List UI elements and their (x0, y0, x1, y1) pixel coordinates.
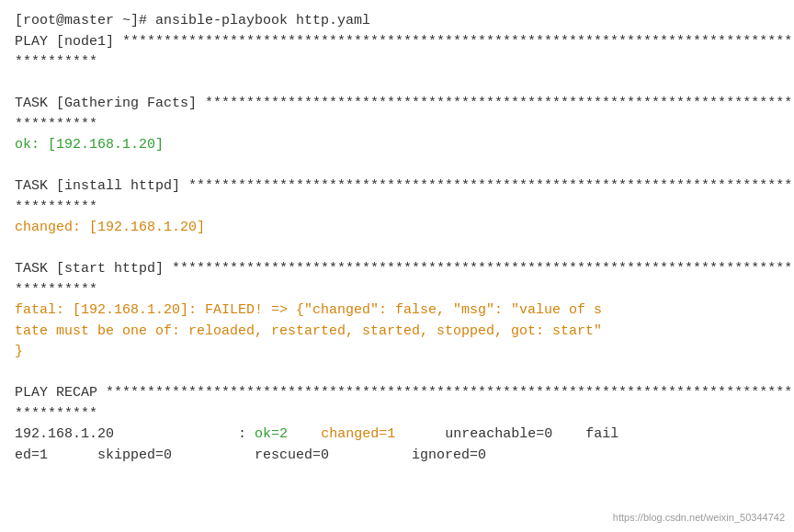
task-install-header-line: TASK [install httpd] *******************… (15, 176, 779, 198)
task-start-stars-line: ********** (15, 280, 779, 301)
prompt-line: [root@master ~]# ansible-playbook http.y… (15, 11, 779, 32)
recap-unreachable: unreachable=0 (445, 424, 552, 446)
ok-gather-line: ok: [192.168.1.20] (15, 135, 779, 156)
play-header-line: PLAY [node1] ***************************… (15, 32, 779, 53)
blank3 (15, 239, 779, 260)
recap-spacing8 (329, 446, 412, 467)
fatal-line3: } (15, 342, 779, 363)
recap-row1: 192.168.1.20 : ok=2 changed=1 unreachabl… (15, 424, 779, 446)
recap-stars-line: ********** (15, 404, 779, 425)
fatal-line2: tate must be one of: reloaded, restarted… (15, 322, 779, 343)
recap-row2: ed=1 skipped=0 rescued=0 ignored=0 (15, 446, 779, 467)
terminal-output: [root@master ~]# ansible-playbook http.y… (15, 11, 779, 466)
fatal-line1: fatal: [192.168.1.20]: FAILED! => {"chan… (15, 300, 779, 322)
recap-ignored: ignored=0 (412, 446, 486, 467)
recap-host: 192.168.1.20 (15, 424, 114, 446)
recap-colon: : (238, 424, 246, 446)
task-gather-stars-line: ********** (15, 115, 779, 136)
blank1 (15, 74, 779, 95)
task-install-stars-line: ********** (15, 198, 779, 219)
recap-spacing4 (395, 424, 445, 446)
recap-changed-value: changed=1 (321, 424, 395, 446)
recap-spacing1 (114, 424, 238, 446)
recap-header-line: PLAY RECAP *****************************… (15, 383, 779, 404)
recap-failed: fail (585, 424, 618, 446)
recap-spacing3 (288, 424, 321, 446)
recap-spacing2 (246, 424, 255, 446)
recap-spacing6 (48, 446, 97, 467)
blank2 (15, 156, 779, 177)
blank4 (15, 363, 779, 384)
changed-install-line: changed: [192.168.1.20] (15, 218, 779, 239)
recap-spacing5 (552, 424, 585, 446)
recap-skipped: skipped=0 (97, 446, 172, 467)
watermark: https://blog.csdn.net/weixin_50344742 (613, 512, 785, 523)
task-gather-header-line: TASK [Gathering Facts] *****************… (15, 94, 779, 115)
recap-ok-value: ok=2 (255, 424, 288, 446)
recap-failed-val: ed=1 (15, 446, 48, 467)
recap-rescued: rescued=0 (255, 446, 329, 467)
recap-spacing7 (172, 446, 255, 467)
task-start-header-line: TASK [start httpd] *********************… (15, 259, 779, 280)
play-stars-line: ********** (15, 52, 779, 74)
